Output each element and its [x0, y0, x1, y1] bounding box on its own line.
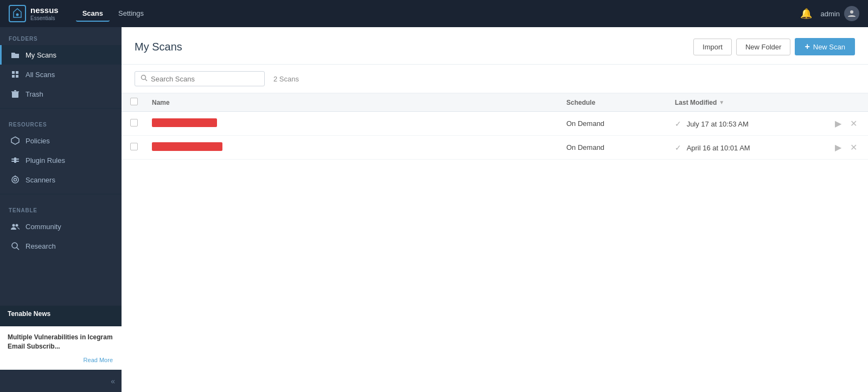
scan-table: Name Schedule Last Modified ▼ On Demand — [122, 93, 868, 392]
row1-name-redacted — [152, 118, 217, 127]
svg-line-19 — [17, 248, 20, 250]
app-name: nessus — [30, 6, 59, 15]
select-all-checkbox[interactable] — [130, 98, 138, 105]
svg-rect-7 — [14, 90, 16, 91]
folder-icon — [10, 50, 20, 60]
search-input[interactable] — [151, 75, 259, 83]
row2-last-modified: ✓ April 16 at 10:01 AM — [675, 143, 827, 152]
svg-point-13 — [12, 176, 18, 183]
main-content: My Scans Import New Folder + New Scan 2 … — [122, 27, 868, 392]
sidebar-item-community[interactable]: Community — [0, 217, 122, 236]
read-more-link[interactable]: Read More — [8, 357, 114, 363]
app-subtitle: Essentials — [30, 15, 59, 21]
sidebar-item-all-scans[interactable]: All Scans — [0, 65, 122, 84]
row2-checkbox[interactable] — [130, 143, 138, 150]
scanners-icon — [10, 175, 20, 185]
sidebar-item-research[interactable]: Research — [0, 236, 122, 256]
sidebar-item-policies[interactable]: Policies — [0, 131, 122, 150]
svg-point-14 — [14, 179, 17, 181]
table-row: On Demand ✓ April 16 at 10:01 AM ▶ ✕ — [122, 136, 868, 160]
row1-status-check-icon: ✓ — [675, 119, 681, 128]
nav-settings[interactable]: Settings — [112, 6, 150, 22]
header-name: Name — [152, 99, 566, 106]
sidebar-label-research: Research — [25, 242, 56, 250]
svg-marker-9 — [11, 137, 19, 144]
row2-name-cell[interactable] — [152, 142, 566, 153]
sidebar-label-my-scans: My Scans — [25, 51, 56, 59]
svg-point-17 — [16, 224, 18, 227]
header-checkbox-cell — [130, 98, 152, 107]
row2-play-button[interactable]: ▶ — [833, 141, 844, 154]
table-row: On Demand ✓ July 17 at 10:53 AM ▶ ✕ — [122, 112, 868, 136]
main-header: My Scans Import New Folder + New Scan — [122, 27, 868, 65]
top-navigation: nessus Essentials Scans Settings 🔔 admin — [0, 0, 868, 27]
row2-last-modified-value: April 16 at 10:01 AM — [687, 144, 750, 152]
tenable-news-header: Tenable News — [0, 306, 122, 326]
sidebar-news-container: Tenable News Multiple Vulnerabilities in… — [0, 256, 122, 370]
scan-count: 2 Scans — [273, 75, 299, 83]
svg-point-0 — [16, 14, 19, 16]
app-logo: nessus Essentials — [9, 5, 59, 22]
resources-section-label: RESOURCES — [0, 113, 122, 131]
svg-point-16 — [12, 224, 15, 227]
sidebar-label-all-scans: All Scans — [25, 71, 55, 79]
row1-actions: ▶ ✕ — [827, 117, 859, 130]
header-schedule: Schedule — [566, 99, 675, 106]
sidebar-label-plugin-rules: Plugin Rules — [25, 156, 65, 165]
row2-delete-button[interactable]: ✕ — [848, 141, 859, 154]
row1-play-button[interactable]: ▶ — [833, 117, 844, 130]
svg-rect-12 — [14, 157, 16, 163]
last-modified-label: Last Modified — [675, 99, 717, 106]
research-icon — [10, 241, 20, 251]
sidebar-item-scanners[interactable]: Scanners — [0, 170, 122, 189]
svg-rect-3 — [16, 71, 18, 74]
page-title: My Scans — [135, 41, 182, 53]
plus-icon: + — [805, 42, 809, 52]
user-menu[interactable]: admin — [821, 6, 859, 21]
main-actions: Import New Folder + New Scan — [693, 38, 855, 55]
sidebar-label-policies: Policies — [25, 137, 50, 145]
search-icon — [141, 74, 148, 83]
sidebar-divider-2 — [0, 194, 122, 194]
sidebar-item-trash[interactable]: Trash — [0, 84, 122, 104]
import-button[interactable]: Import — [693, 39, 732, 55]
header-last-modified[interactable]: Last Modified ▼ — [675, 99, 827, 106]
row1-last-modified: ✓ July 17 at 10:53 AM — [675, 119, 827, 128]
notifications-bell-icon[interactable]: 🔔 — [800, 8, 812, 20]
svg-rect-5 — [16, 75, 18, 78]
tenable-news-card: Multiple Vulnerabilities in Icegram Emai… — [0, 326, 122, 370]
row2-schedule: On Demand — [566, 143, 675, 151]
row1-checkbox[interactable] — [130, 119, 138, 127]
svg-point-1 — [850, 10, 853, 14]
row2-name-redacted — [152, 142, 222, 151]
svg-point-20 — [142, 75, 146, 80]
collapse-sidebar-button[interactable]: « — [108, 375, 117, 388]
tenable-news-article-title: Multiple Vulnerabilities in Icegram Emai… — [8, 333, 114, 351]
avatar — [844, 6, 859, 21]
table-header: Name Schedule Last Modified ▼ — [122, 93, 868, 112]
row2-status-check-icon: ✓ — [675, 143, 681, 152]
top-nav-right: 🔔 admin — [800, 6, 859, 21]
sidebar-item-plugin-rules[interactable]: Plugin Rules — [0, 150, 122, 170]
logo-icon — [9, 5, 26, 22]
folders-section-label: FOLDERS — [0, 27, 122, 45]
svg-line-21 — [145, 79, 148, 81]
new-scan-button[interactable]: + New Scan — [795, 38, 855, 55]
sidebar-label-community: Community — [25, 223, 61, 231]
sidebar-divider-1 — [0, 108, 122, 109]
sidebar-item-my-scans[interactable]: My Scans — [0, 45, 122, 65]
search-box — [135, 71, 265, 86]
row1-checkbox-cell — [130, 119, 152, 128]
app-body: FOLDERS My Scans All Scans Trash RESOURC… — [0, 27, 868, 392]
row2-checkbox-cell — [130, 143, 152, 152]
sort-desc-icon: ▼ — [719, 99, 724, 105]
row1-name-cell[interactable] — [152, 118, 566, 129]
svg-rect-2 — [12, 71, 15, 74]
svg-rect-6 — [12, 92, 18, 98]
row1-delete-button[interactable]: ✕ — [848, 117, 859, 130]
nav-scans[interactable]: Scans — [76, 6, 110, 22]
top-nav-links: Scans Settings — [76, 6, 800, 22]
community-icon — [10, 222, 20, 231]
svg-rect-4 — [12, 75, 15, 78]
new-folder-button[interactable]: New Folder — [736, 39, 790, 55]
